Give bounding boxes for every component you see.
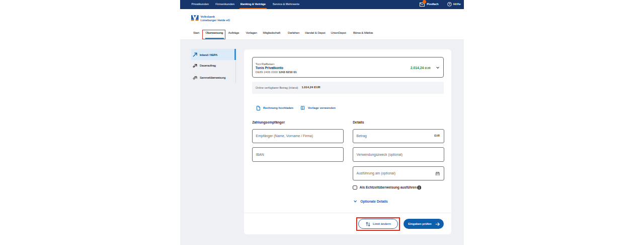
svg-text:?: ? bbox=[449, 3, 450, 6]
